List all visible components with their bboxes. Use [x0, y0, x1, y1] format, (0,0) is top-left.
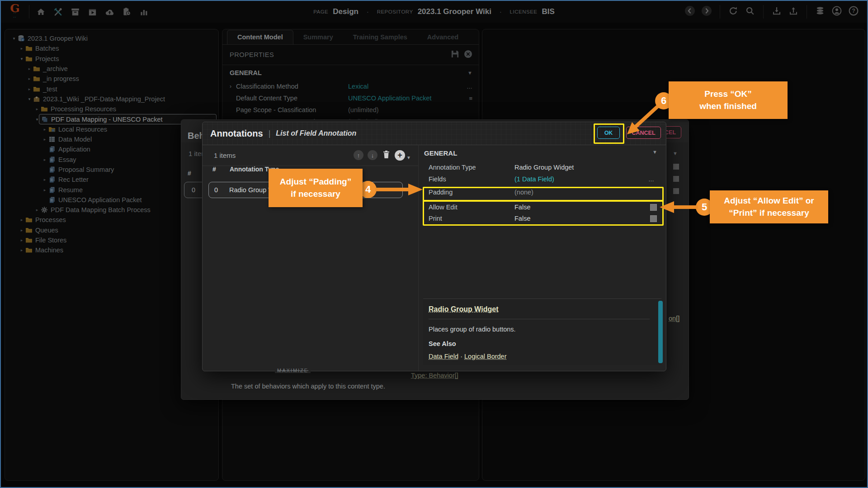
- property-label: Fields: [429, 175, 514, 183]
- highlight-ok-button: [594, 123, 624, 144]
- callout-4: Adjust “Padding” if necessary: [269, 169, 363, 207]
- dialog-splitter[interactable]: [418, 145, 419, 371]
- chevron-down-icon: ▼: [652, 149, 657, 155]
- move-down-button[interactable]: ↓: [368, 150, 377, 160]
- items-count: 1 items: [214, 152, 236, 159]
- callout-5: Adjust “Allow Edit” or “Print” if necess…: [710, 190, 828, 223]
- annotation-prop-fields[interactable]: Fields(1 Data Field)…: [429, 174, 657, 185]
- callout-6: Press “OK” when finished: [669, 81, 788, 119]
- callout-6-line1: Press “OK”: [704, 88, 752, 100]
- ellipsis-button[interactable]: …: [648, 176, 654, 183]
- help-title[interactable]: Radio Group Widget: [429, 305, 650, 313]
- help-scrollbar[interactable]: [658, 301, 663, 363]
- move-up-button[interactable]: ↑: [354, 150, 363, 160]
- logical-border-link[interactable]: Logical Border: [464, 353, 507, 360]
- dialog-general-header[interactable]: GENERAL: [424, 149, 457, 157]
- see-also-links: Data Field · Logical Border: [429, 353, 650, 360]
- callout-5-line1: Adjust “Allow Edit” or: [724, 195, 814, 207]
- callout-5-line2: “Print” if necessary: [729, 207, 809, 219]
- annotation-prop-annotation-type[interactable]: Annotation TypeRadio Group Widget: [429, 162, 657, 173]
- app-window: G ⹄⹄ PAGE Design · REPOSITORY 2023.1 Gro…: [0, 0, 868, 488]
- property-value[interactable]: Radio Group Widget: [514, 164, 657, 171]
- dialog-title: Annotations: [210, 128, 263, 139]
- data-field-link[interactable]: Data Field: [429, 353, 458, 360]
- title-separator: |: [269, 129, 271, 138]
- see-also-label: See Also: [429, 340, 650, 347]
- add-button[interactable]: +: [395, 150, 405, 161]
- property-label: Annotation Type: [429, 164, 514, 171]
- callout-4-line1: Adjust “Padding”: [280, 176, 351, 188]
- cancel-button-label: CANCEL: [632, 130, 655, 136]
- maximize-button[interactable]: MAXIMIZE: [275, 368, 311, 373]
- callout-4-line2: if necessary: [291, 188, 340, 200]
- help-body: Places group of radio buttons.: [429, 326, 650, 333]
- row-index: 0: [214, 186, 229, 194]
- list-toolbar: 1 items ↑ ↓ + ▼: [203, 145, 418, 166]
- dialog-subtitle: List of Field Annotation: [276, 129, 356, 137]
- cancel-button[interactable]: CANCEL: [626, 127, 661, 139]
- highlight-allowedit-print-rows: [423, 200, 664, 226]
- help-panel: Radio Group Widget Places group of radio…: [423, 298, 661, 365]
- index-column-header: #: [212, 166, 216, 173]
- annotations-dialog: Annotations | List of Field Annotation O…: [202, 122, 666, 371]
- link-separator: ·: [460, 353, 462, 360]
- delete-icon[interactable]: [382, 150, 390, 161]
- property-value[interactable]: (1 Data Field): [514, 175, 648, 183]
- add-dropdown-caret[interactable]: ▼: [406, 155, 411, 160]
- callout-6-line2: when finished: [699, 100, 757, 113]
